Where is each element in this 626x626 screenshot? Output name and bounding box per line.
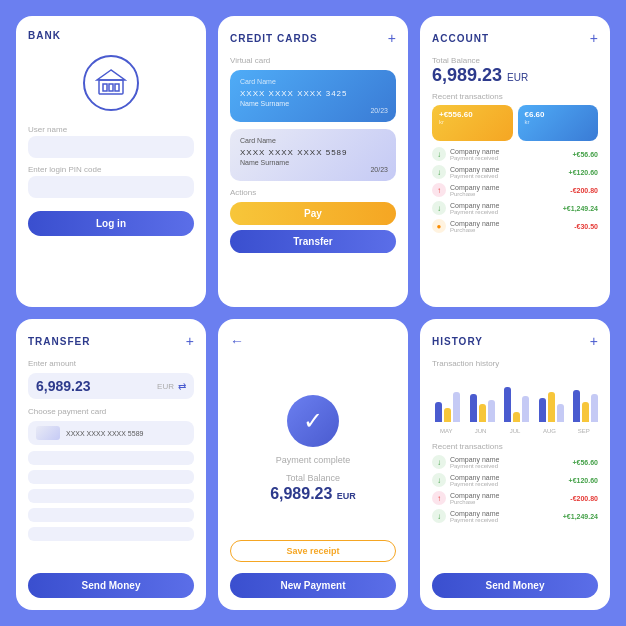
- month-label: MAY: [432, 428, 460, 434]
- mini-card1-amount: +€556.60: [439, 110, 506, 119]
- username-label: User name: [28, 125, 194, 134]
- card1-exp: 20/23: [370, 107, 388, 114]
- add-account-icon[interactable]: +: [590, 30, 598, 46]
- bar-light: [453, 392, 460, 422]
- credit-cards-title: CREDIT CARDS: [230, 33, 318, 44]
- tx-name: Company name: [450, 456, 569, 463]
- bar-blue: [539, 398, 546, 422]
- history-tx-row: ↓ Company name Payment received +€120.60: [432, 473, 598, 487]
- login-button[interactable]: Log in: [28, 211, 194, 236]
- bar-blue: [435, 402, 442, 422]
- tx-sub: Payment received: [450, 209, 559, 215]
- account-header: ACCOUNT +: [432, 30, 598, 46]
- tx-info: Company name Payment received: [450, 510, 559, 523]
- history-tx-row: ↓ Company name Payment received +€1,249.…: [432, 509, 598, 523]
- tx-info: Company name Payment received: [450, 166, 565, 179]
- bar-blue: [504, 387, 511, 422]
- tx-sub: Purchase: [450, 191, 566, 197]
- bank-card: Card Name XXXX XXXX XXXX 5589 Name Surna…: [230, 129, 396, 181]
- back-arrow-icon[interactable]: ←: [230, 333, 244, 349]
- add-credit-card-icon[interactable]: +: [388, 30, 396, 46]
- transfer-currency: EUR: [157, 382, 174, 391]
- payment-card-row[interactable]: XXXX XXXX XXXX 5589: [28, 421, 194, 445]
- account-tx-row: ● Company name Purchase -€30.50: [432, 219, 598, 233]
- tx-sub: Payment received: [450, 173, 565, 179]
- bar-light: [522, 396, 529, 422]
- pin-input[interactable]: [28, 176, 194, 198]
- tx-icon: ↑: [432, 183, 446, 197]
- tx-name: Company name: [450, 148, 569, 155]
- tx-sub: Payment received: [450, 155, 569, 161]
- save-receipt-button[interactable]: Save receipt: [230, 540, 396, 562]
- bar-group: [466, 394, 494, 422]
- virtual-card: Card Name XXXX XXXX XXXX 3425 Name Surna…: [230, 70, 396, 122]
- bars-inner: [539, 392, 564, 422]
- history-tx-row: ↓ Company name Payment received +€56.60: [432, 455, 598, 469]
- lorem-5: [28, 527, 194, 541]
- tx-name: Company name: [450, 492, 566, 499]
- bar-yellow: [582, 402, 589, 422]
- history-panel: HISTORY + Transaction history: [420, 319, 610, 610]
- choose-label: Choose payment card: [28, 407, 194, 416]
- bar-group: [570, 390, 598, 422]
- username-input[interactable]: [28, 136, 194, 158]
- new-payment-button[interactable]: New Payment: [230, 573, 396, 598]
- history-tx-row: ↑ Company name Purchase -€200.80: [432, 491, 598, 505]
- tx-name: Company name: [450, 166, 565, 173]
- tx-amount: -€200.80: [570, 187, 598, 194]
- bars-inner: [573, 390, 598, 422]
- tx-amount: +€120.60: [569, 477, 598, 484]
- credit-cards-header: CREDIT CARDS +: [230, 30, 396, 46]
- lorem-4: [28, 508, 194, 522]
- card2-exp: 20/23: [370, 166, 388, 173]
- tx-icon: ↓: [432, 201, 446, 215]
- history-header: HISTORY +: [432, 333, 598, 349]
- check-circle-icon: ✓: [287, 395, 339, 447]
- tx-amount: +€56.60: [573, 151, 599, 158]
- add-history-icon[interactable]: +: [590, 333, 598, 349]
- payment-balance: 6,989.23 EUR: [270, 485, 356, 503]
- tx-amount: +€1,249.24: [563, 205, 598, 212]
- add-transfer-icon[interactable]: +: [186, 333, 194, 349]
- month-label: SEP: [570, 428, 598, 434]
- bar-yellow: [444, 408, 451, 422]
- bar-blue: [470, 394, 477, 422]
- history-send-money-button[interactable]: Send Money: [432, 573, 598, 598]
- mini-card2-amount: €6.60: [525, 110, 592, 119]
- chart-area: [432, 372, 598, 422]
- account-tx-row: ↓ Company name Payment received +€120.60: [432, 165, 598, 179]
- tx-name: Company name: [450, 510, 559, 517]
- bar-light: [591, 394, 598, 422]
- tx-sub: Payment received: [450, 481, 565, 487]
- lorem-2: [28, 470, 194, 484]
- tx-info: Company name Payment received: [450, 456, 569, 469]
- tx-sub: Payment received: [450, 517, 559, 523]
- month-labels: MAYJUNJULAUGSEP: [432, 428, 598, 434]
- tx-icon: ●: [432, 219, 446, 233]
- transfer-header: TRANSFER +: [28, 333, 194, 349]
- card1-holder: Name Surname: [240, 100, 386, 107]
- tx-sub: Purchase: [450, 227, 570, 233]
- bar-group: [535, 392, 563, 422]
- tx-name: Company name: [450, 202, 559, 209]
- send-money-button[interactable]: Send Money: [28, 573, 194, 598]
- account-tx-row: ↓ Company name Payment received +€56.60: [432, 147, 598, 161]
- bar-group: [432, 392, 460, 422]
- tx-icon: ↓: [432, 473, 446, 487]
- balance-label: Total Balance: [286, 473, 340, 483]
- tx-amount: +€56.60: [573, 459, 599, 466]
- account-panel: ACCOUNT + Total Balance 6,989.23 EUR Rec…: [420, 16, 610, 307]
- bank-icon: [95, 67, 127, 99]
- account-transactions: ↓ Company name Payment received +€56.60 …: [432, 147, 598, 237]
- lorem-1: [28, 451, 194, 465]
- card1-name-label: Card Name: [240, 78, 386, 85]
- tx-icon: ↓: [432, 455, 446, 469]
- svg-rect-3: [109, 84, 113, 91]
- history-title: HISTORY: [432, 336, 483, 347]
- transfer-button[interactable]: Transfer: [230, 230, 396, 253]
- month-label: AUG: [535, 428, 563, 434]
- bank-logo: [83, 55, 139, 111]
- pay-button[interactable]: Pay: [230, 202, 396, 225]
- tx-icon: ↓: [432, 165, 446, 179]
- bar-blue: [573, 390, 580, 422]
